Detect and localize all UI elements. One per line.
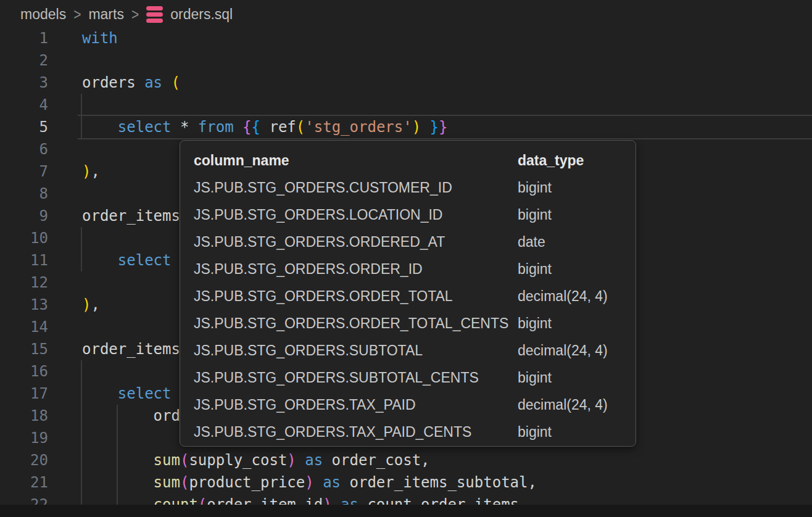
code-line[interactable]: 1with <box>0 27 812 49</box>
line-number: 12 <box>0 271 48 294</box>
popup-header-row: column_name data_type <box>180 147 636 174</box>
column-row: JS.PUB.STG_ORDERS.SUBTOTALdecimal(24, 4) <box>180 337 636 364</box>
breadcrumb-separator-icon: > <box>131 5 139 23</box>
column-row: JS.PUB.STG_ORDERS.ORDER_TOTAL_CENTSbigin… <box>180 310 636 337</box>
line-number: 15 <box>0 338 48 360</box>
data-type-cell: decimal(24, 4) <box>518 288 608 305</box>
column-row: JS.PUB.STG_ORDERS.ORDERED_ATdate <box>180 228 636 255</box>
code-text: ), <box>82 294 100 316</box>
code-text: select * from {{ ref('stg_orders') }} <box>82 116 447 138</box>
popup-rows: JS.PUB.STG_ORDERS.CUSTOMER_IDbigintJS.PU… <box>180 174 636 445</box>
code-line[interactable]: 21 sum(product_price) as order_items_sub… <box>0 471 812 494</box>
code-text: order_items <box>82 205 180 227</box>
database-icon <box>146 5 163 23</box>
column-name-cell: JS.PUB.STG_ORDERS.ORDER_TOTAL <box>194 288 518 305</box>
line-number: 2 <box>0 49 48 72</box>
code-line[interactable]: 2 <box>0 49 812 72</box>
column-row: JS.PUB.STG_ORDERS.TAX_PAID_CENTSbigint <box>180 418 636 445</box>
line-number: 6 <box>0 138 48 160</box>
data-type-cell: date <box>518 234 545 250</box>
line-number: 18 <box>0 405 48 427</box>
data-type-cell: bigint <box>518 180 552 196</box>
column-name-header: column_name <box>194 152 518 169</box>
column-row: JS.PUB.STG_ORDERS.CUSTOMER_IDbigint <box>180 174 636 201</box>
code-line[interactable]: 3orders as ( <box>0 72 812 94</box>
column-info-popup: column_name data_type JS.PUB.STG_ORDERS.… <box>180 140 636 447</box>
line-number: 8 <box>0 183 48 205</box>
data-type-cell: bigint <box>518 207 552 223</box>
column-row: JS.PUB.STG_ORDERS.SUBTOTAL_CENTSbigint <box>180 364 636 391</box>
breadcrumb: models > marts > orders.sql <box>0 0 812 28</box>
code-text: select <box>82 383 172 405</box>
line-number: 10 <box>0 227 48 249</box>
column-row: JS.PUB.STG_ORDERS.ORDER_IDbigint <box>180 255 636 283</box>
data-type-cell: decimal(24, 4) <box>518 397 608 413</box>
line-number: 14 <box>0 316 48 338</box>
editor-window: models > marts > orders.sql 1with23order… <box>0 0 812 517</box>
line-number: 20 <box>0 449 48 471</box>
line-number: 16 <box>0 360 48 383</box>
line-number: 9 <box>0 205 48 227</box>
line-number: 4 <box>0 94 48 116</box>
column-name-cell: JS.PUB.STG_ORDERS.ORDER_ID <box>194 261 518 278</box>
line-number: 7 <box>0 160 48 183</box>
code-line[interactable]: 20 sum(supply_cost) as order_cost, <box>0 449 812 471</box>
line-number: 17 <box>0 383 48 405</box>
code-text: sum(supply_cost) as order_cost, <box>82 449 430 471</box>
code-text: ), <box>82 160 100 183</box>
code-text: select <box>82 249 172 271</box>
column-row: JS.PUB.STG_ORDERS.LOCATION_IDbigint <box>180 201 636 228</box>
code-text: ord <box>82 405 180 427</box>
column-name-cell: JS.PUB.STG_ORDERS.CUSTOMER_ID <box>194 180 518 196</box>
code-line[interactable]: 4 <box>0 94 812 116</box>
data-type-cell: bigint <box>518 424 552 440</box>
breadcrumb-item-file[interactable]: orders.sql <box>170 6 233 23</box>
column-name-cell: JS.PUB.STG_ORDERS.TAX_PAID <box>194 397 518 413</box>
column-name-cell: JS.PUB.STG_ORDERS.ORDERED_AT <box>194 234 518 250</box>
code-text: sum(product_price) as order_items_subtot… <box>82 471 537 494</box>
column-row: JS.PUB.STG_ORDERS.ORDER_TOTALdecimal(24,… <box>180 283 636 310</box>
code-text: with <box>82 27 118 49</box>
line-number: 11 <box>0 249 48 271</box>
breadcrumb-item-models[interactable]: models <box>20 6 66 23</box>
line-number: 5 <box>0 116 48 138</box>
code-text: order_items <box>82 338 180 360</box>
data-type-cell: bigint <box>518 315 552 332</box>
column-name-cell: JS.PUB.STG_ORDERS.LOCATION_ID <box>194 207 518 223</box>
code-text: orders as ( <box>82 72 180 94</box>
data-type-cell: decimal(24, 4) <box>518 342 608 359</box>
column-name-cell: JS.PUB.STG_ORDERS.TAX_PAID_CENTS <box>194 424 518 440</box>
line-number: 3 <box>0 72 48 94</box>
column-name-cell: JS.PUB.STG_ORDERS.SUBTOTAL <box>194 342 518 359</box>
data-type-cell: bigint <box>518 370 552 386</box>
column-name-cell: JS.PUB.STG_ORDERS.ORDER_TOTAL_CENTS <box>194 315 518 332</box>
line-number: 19 <box>0 427 48 449</box>
line-number: 21 <box>0 471 48 494</box>
data-type-header: data_type <box>518 152 584 169</box>
code-line[interactable]: 5 select * from {{ ref('stg_orders') }} <box>0 116 812 138</box>
column-name-cell: JS.PUB.STG_ORDERS.SUBTOTAL_CENTS <box>194 370 518 386</box>
line-number: 13 <box>0 294 48 316</box>
line-number: 1 <box>0 27 48 49</box>
breadcrumb-separator-icon: > <box>73 5 81 23</box>
breadcrumb-item-marts[interactable]: marts <box>88 6 124 23</box>
column-row: JS.PUB.STG_ORDERS.TAX_PAIDdecimal(24, 4) <box>180 391 636 418</box>
data-type-cell: bigint <box>518 261 552 278</box>
bottom-panel-edge <box>0 505 812 517</box>
